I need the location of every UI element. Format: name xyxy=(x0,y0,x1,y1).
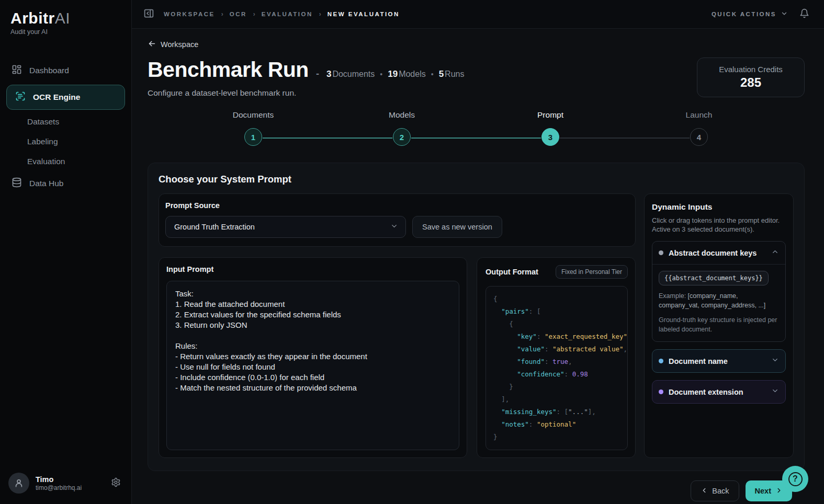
quick-actions-label: QUICK ACTIONS xyxy=(712,11,776,17)
token-note: Ground-truth key structure is injected p… xyxy=(659,315,779,334)
step-circle-3[interactable]: 3 xyxy=(541,128,559,146)
token-chip-abstract-document-keys[interactable]: {{abstract_document_keys}} xyxy=(659,271,769,285)
title-dash: - xyxy=(316,68,319,79)
next-button-label: Next xyxy=(755,487,771,495)
group-label: Abstract document keys xyxy=(669,249,766,257)
step-label: Launch xyxy=(686,110,713,122)
stat-runs-label: Runs xyxy=(445,70,464,78)
input-prompt-textarea[interactable]: Task: 1. Read the attached document 2. E… xyxy=(166,281,459,450)
back-link-label: Workspace xyxy=(161,40,198,49)
save-as-new-version-button[interactable]: Save as new version xyxy=(412,216,502,238)
chevron-right-icon xyxy=(775,487,783,496)
chevron-down-icon xyxy=(781,10,788,18)
sidebar-nav: Dashboard OCR Engine Datasets Labeling E… xyxy=(0,59,131,196)
back-button[interactable]: Back xyxy=(691,480,739,501)
group-label: Document name xyxy=(669,357,766,365)
avatar xyxy=(8,473,29,494)
output-format-panel: Output Format Fixed in Personal Tier { "… xyxy=(477,257,636,458)
back-button-label: Back xyxy=(712,487,729,495)
breadcrumb-separator: › xyxy=(253,10,255,18)
sidebar-item-label: Dashboard xyxy=(29,66,69,75)
bell-icon xyxy=(799,8,809,20)
prompt-source-panel: Prompt Source Ground Truth Extraction Sa… xyxy=(159,193,636,247)
settings-button[interactable] xyxy=(109,475,123,491)
breadcrumb: WORKSPACE › OCR › EVALUATION › NEW EVALU… xyxy=(164,10,400,18)
topbar: WORKSPACE › OCR › EVALUATION › NEW EVALU… xyxy=(132,0,824,29)
token-group-document-extension-header[interactable]: Document extension xyxy=(652,381,785,403)
prompt-source-label: Prompt Source xyxy=(165,201,629,210)
chevron-down-icon xyxy=(771,356,779,366)
token-group-abstract-keys: Abstract document keys {{abstract_docume… xyxy=(652,241,786,342)
step-documents: Documents 1 xyxy=(179,110,328,152)
main-content: Workspace Benchmark Run - 3Documents • 1… xyxy=(132,29,824,504)
stat-documents-value: 3 xyxy=(326,69,331,79)
credits-label: Evaluation Credits xyxy=(719,65,783,74)
dynamic-inputs-panel: Dynamic Inputs Click or drag tokens into… xyxy=(644,193,794,458)
card-title: Choose your System Prompt xyxy=(159,174,794,185)
output-format-label: Output Format xyxy=(486,268,538,276)
notifications-button[interactable] xyxy=(799,8,809,20)
stat-documents-label: Documents xyxy=(332,70,375,78)
token-group-document-name-header[interactable]: Document name xyxy=(652,350,785,372)
step-launch: Launch 4 xyxy=(625,110,773,152)
back-to-workspace-link[interactable]: Workspace xyxy=(148,39,198,50)
brand-tagline: Audit your AI xyxy=(10,28,121,36)
help-icon: ? xyxy=(788,472,803,486)
step-circle-1[interactable]: 1 xyxy=(244,128,262,146)
step-circle-4[interactable]: 4 xyxy=(690,128,708,146)
step-label: Documents xyxy=(233,110,274,122)
stat-bullet: • xyxy=(380,70,382,78)
token-group-abstract-keys-header[interactable]: Abstract document keys xyxy=(652,242,785,264)
group-dot xyxy=(659,390,663,394)
step-circle-2[interactable]: 2 xyxy=(393,128,411,146)
stepper-connector-3-4 xyxy=(560,138,690,139)
breadcrumb-evaluation[interactable]: EVALUATION xyxy=(262,11,313,17)
help-button[interactable]: ? xyxy=(782,466,808,492)
sidebar-item-evaluation[interactable]: Evaluation xyxy=(0,152,131,171)
page-title: Benchmark Run xyxy=(148,58,309,82)
step-models: Models 2 xyxy=(328,110,476,152)
quick-actions-button[interactable]: QUICK ACTIONS xyxy=(712,10,788,18)
stat-models-label: Models xyxy=(399,70,426,78)
sidebar-item-labeling[interactable]: Labeling xyxy=(0,132,131,152)
stat-runs-value: 5 xyxy=(439,69,444,79)
sidebar-item-data-hub[interactable]: Data Hub xyxy=(0,171,131,196)
sidebar-item-ocr-engine[interactable]: OCR Engine xyxy=(6,85,125,110)
sidebar-item-dashboard[interactable]: Dashboard xyxy=(0,59,131,83)
sidebar-item-datasets[interactable]: Datasets xyxy=(0,112,131,132)
sidebar-collapse-button[interactable] xyxy=(143,8,154,20)
output-format-code: { "pairs": [ { "key": "exact_requested_k… xyxy=(486,286,628,450)
token-group-document-extension: Document extension xyxy=(652,380,786,404)
token-group-abstract-keys-body: {{abstract_document_keys}} Example: [com… xyxy=(652,264,785,341)
chevron-up-icon xyxy=(771,248,779,258)
chevron-down-icon xyxy=(771,387,779,397)
user-card[interactable]: Timo timo@arbitrhq.ai xyxy=(0,464,131,504)
user-email: timo@arbitrhq.ai xyxy=(36,484,103,491)
arrow-left-icon xyxy=(148,39,156,50)
prompt-source-select[interactable]: Ground Truth Extraction xyxy=(165,216,406,238)
chevron-left-icon xyxy=(701,487,708,496)
step-label: Models xyxy=(389,110,415,122)
step-prompt: Prompt 3 xyxy=(476,110,625,152)
token-group-document-name: Document name xyxy=(652,349,786,373)
prompt-source-selected-value: Ground Truth Extraction xyxy=(174,223,255,231)
breadcrumb-workspace[interactable]: WORKSPACE xyxy=(164,11,215,17)
breadcrumb-ocr[interactable]: OCR xyxy=(230,11,247,17)
user-meta: Timo timo@arbitrhq.ai xyxy=(36,475,103,491)
brand-name-bold: Arbitr xyxy=(10,9,55,27)
scan-text-icon xyxy=(15,91,26,104)
dynamic-inputs-title: Dynamic Inputs xyxy=(652,202,786,212)
system-prompt-card: Choose your System Prompt Prompt Source … xyxy=(148,163,805,471)
dashboard-icon xyxy=(12,64,22,77)
group-dot xyxy=(659,250,663,255)
sidebar: ArbitrAI Audit your AI Dashboard OCR Eng… xyxy=(0,0,132,504)
group-dot xyxy=(659,359,663,363)
evaluation-credits-card: Evaluation Credits 285 xyxy=(697,58,805,97)
tier-badge: Fixed in Personal Tier xyxy=(556,265,628,279)
credits-value: 285 xyxy=(740,75,761,90)
panel-collapse-icon xyxy=(143,8,154,20)
brand-name-light: AI xyxy=(55,9,70,27)
step-label: Prompt xyxy=(537,110,563,122)
sidebar-item-label: Data Hub xyxy=(29,179,63,188)
input-prompt-label: Input Prompt xyxy=(166,265,459,273)
